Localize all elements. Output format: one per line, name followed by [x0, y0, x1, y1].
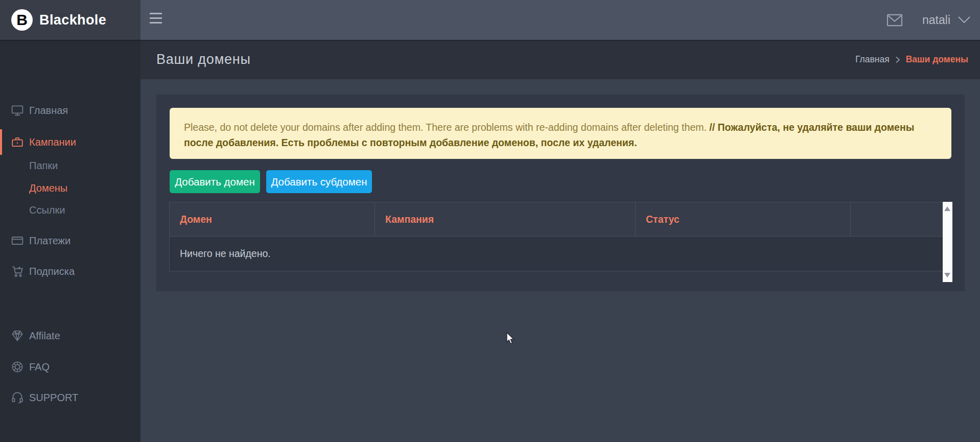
- table-header-row: Домен Кампания Статус: [170, 202, 943, 237]
- domains-card: Please, do not delete your domains after…: [156, 95, 965, 291]
- breadcrumb-home-link[interactable]: Главная: [855, 54, 890, 65]
- breadcrumb-separator-icon: [895, 56, 901, 63]
- brand-logo[interactable]: B Blackhole: [0, 0, 141, 40]
- domains-table: Домен Кампания Статус Ничего не найдено.: [169, 202, 943, 271]
- sidebar-item-home[interactable]: Главная: [0, 104, 141, 117]
- sidebar-item-label: Подписка: [29, 266, 75, 277]
- scroll-down-icon[interactable]: [944, 273, 950, 277]
- scroll-up-icon[interactable]: [944, 206, 950, 211]
- sidebar-item-faq[interactable]: FAQ: [0, 360, 141, 374]
- sidebar-subitem-label: Папки: [29, 160, 58, 172]
- table-row: Ничего не найдено.: [170, 237, 943, 271]
- sidebar-item-campaigns[interactable]: Кампании: [0, 129, 141, 155]
- sidebar-item-label: Кампании: [29, 136, 76, 148]
- top-bar-main: natali: [141, 0, 980, 40]
- table-header-campaign: Кампания: [375, 202, 636, 237]
- add-domain-button[interactable]: Добавить домен: [170, 170, 260, 193]
- page-title: Ваши домены: [156, 52, 251, 67]
- sidebar-subitem-label: Ссылки: [29, 204, 65, 216]
- domains-table-wrapper: Домен Кампания Статус Ничего не найдено.: [169, 202, 952, 282]
- sidebar-item-support[interactable]: SUPPORT: [0, 391, 141, 404]
- sidebar-item-label: Affilate: [29, 330, 60, 342]
- sidebar-subitem-label: Домены: [29, 182, 67, 194]
- sidebar-item-label: Платежи: [29, 235, 71, 247]
- table-header-status: Статус: [636, 202, 851, 237]
- table-scrollbar[interactable]: [943, 202, 952, 282]
- table-header-domain: Домен: [170, 202, 375, 237]
- cart-icon: [11, 265, 24, 278]
- table-header-empty: [851, 202, 943, 237]
- brand-name: Blackhole: [39, 12, 106, 28]
- add-subdomain-button[interactable]: Добавить субдомен: [266, 170, 372, 193]
- hamburger-menu-icon[interactable]: [150, 13, 162, 24]
- warning-alert: Please, do not delete your domains after…: [170, 108, 951, 159]
- headset-icon: [11, 391, 24, 404]
- credit-card-icon: [11, 234, 24, 247]
- actions-row: Добавить домен Добавить субдомен: [170, 170, 372, 193]
- top-bar-right: natali: [886, 0, 971, 40]
- chevron-down-icon[interactable]: [958, 16, 971, 24]
- monitor-icon: [11, 104, 24, 117]
- top-bar: B Blackhole natali: [0, 0, 980, 40]
- gem-icon: [11, 329, 24, 342]
- alert-text-en: Please, do not delete your domains after…: [184, 122, 707, 133]
- sidebar-item-label: SUPPORT: [29, 392, 78, 404]
- user-menu-name[interactable]: natali: [922, 13, 950, 27]
- breadcrumb-current: Ваши домены: [906, 54, 968, 65]
- mail-icon[interactable]: [886, 13, 903, 27]
- sidebar-item-affiliate[interactable]: Affilate: [0, 329, 141, 342]
- brand-logo-icon: B: [11, 9, 33, 31]
- brand-letter: B: [16, 11, 28, 29]
- sidebar: Главная Кампании Папки Домены Ссылки: [0, 40, 141, 442]
- breadcrumb: Главная Ваши домены: [855, 54, 968, 65]
- helm-icon: [11, 360, 24, 374]
- page-title-bar: Ваши домены Главная Ваши домены: [141, 40, 980, 79]
- sidebar-subitem-domains[interactable]: Домены: [29, 181, 67, 195]
- sidebar-subitem-links[interactable]: Ссылки: [29, 203, 65, 217]
- briefcase-icon: [11, 135, 24, 149]
- sidebar-item-payments[interactable]: Платежи: [0, 234, 141, 247]
- sidebar-item-label: Главная: [29, 105, 68, 117]
- sidebar-item-subscription[interactable]: Подписка: [0, 265, 141, 278]
- table-empty-message: Ничего не найдено.: [170, 237, 943, 271]
- sidebar-item-label: FAQ: [29, 361, 50, 373]
- app-window: B Blackhole natali: [0, 0, 980, 442]
- content-area: Please, do not delete your domains after…: [141, 79, 980, 442]
- sidebar-subitem-folders[interactable]: Папки: [29, 159, 58, 172]
